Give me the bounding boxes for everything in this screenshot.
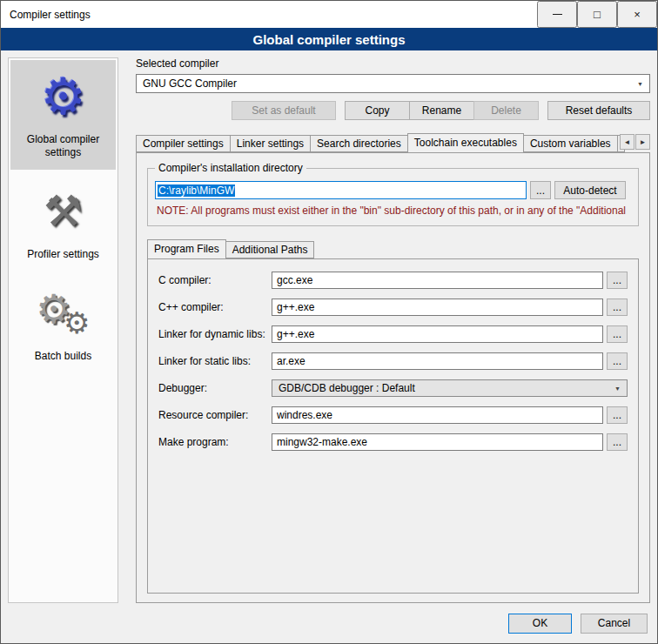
dynamic-linker-label: Linker for dynamic libs: (158, 328, 272, 340)
sidebar-item-label: Global compiler settings (13, 133, 113, 159)
browse-directory-button[interactable]: ... (530, 181, 551, 199)
ok-button[interactable]: OK (508, 614, 572, 634)
cpp-compiler-row: C++ compiler: ... (158, 299, 628, 316)
gears-gray-icon: ⚙ ⚙ (13, 285, 113, 341)
chevron-down-icon: ▼ (609, 386, 621, 392)
window-title: Compiler settings (1, 1, 537, 28)
debugger-select[interactable]: GDB/CDB debugger : Default ▼ (272, 379, 628, 397)
tab-program-files[interactable]: Program Files (147, 239, 226, 259)
selected-compiler-dropdown[interactable]: GNU GCC Compiler ▼ (136, 74, 650, 93)
tab-compiler-settings[interactable]: Compiler settings (136, 135, 231, 152)
make-program-label: Make program: (158, 436, 272, 448)
resource-compiler-row: Resource compiler: ... (158, 406, 628, 424)
cancel-button[interactable]: Cancel (581, 614, 648, 634)
set-as-default-button[interactable]: Set as default (232, 101, 336, 120)
browse-button[interactable]: ... (607, 352, 628, 370)
dialog-footer: OK Cancel (1, 610, 657, 643)
tab-scroll-left-button[interactable]: ◄ (620, 134, 634, 150)
sidebar-item-profiler-settings[interactable]: ⚒ Profiler settings (10, 175, 116, 272)
dialog-content: ⚙ Global compiler settings ⚒ Profiler se… (1, 50, 657, 610)
program-files-tabbar: Program Files Additional Paths (147, 238, 639, 258)
sidebar-item-batch-builds[interactable]: ⚙ ⚙ Batch builds (10, 277, 116, 373)
gear-blue-icon: ⚙ (13, 69, 113, 124)
tab-scroll-buttons: ◄ ► (619, 134, 650, 150)
static-linker-label: Linker for static libs: (158, 355, 272, 367)
maximize-button[interactable]: □ (577, 1, 617, 28)
rename-button[interactable]: Rename (409, 101, 474, 120)
gear-icon: ⚙ (41, 71, 86, 122)
titlebar: Compiler settings □ × (1, 1, 657, 28)
reset-defaults-button[interactable]: Reset defaults (547, 101, 650, 120)
arrow-left-icon: ◄ (624, 138, 631, 146)
installation-directory-label: Compiler's installation directory (155, 162, 306, 174)
sidebar-item-label: Profiler settings (27, 248, 99, 261)
tab-scroll-right-button[interactable]: ► (635, 134, 650, 150)
maximize-icon: □ (594, 8, 601, 21)
browse-button[interactable]: ... (607, 433, 628, 451)
resource-compiler-label: Resource compiler: (158, 409, 272, 421)
installation-directory-row: C:\raylib\MinGW ... Auto-detect (155, 181, 626, 199)
tab-additional-paths[interactable]: Additional Paths (225, 241, 315, 258)
copy-button[interactable]: Copy (345, 101, 410, 120)
note-text: NOTE: All programs must exist either in … (157, 205, 626, 217)
tab-linker-settings[interactable]: Linker settings (230, 135, 311, 152)
auto-detect-button[interactable]: Auto-detect (554, 181, 626, 199)
compiler-settings-dialog: Compiler settings □ × Global compiler se… (0, 0, 658, 644)
delete-button[interactable]: Delete (473, 101, 539, 120)
gear-icon: ⚙ (64, 308, 90, 338)
installation-directory-value: C:\raylib\MinGW (158, 184, 235, 197)
sidebar-item-global-compiler-settings[interactable]: ⚙ Global compiler settings (10, 60, 116, 170)
toolchain-executables-panel: Compiler's installation directory C:\ray… (136, 152, 650, 603)
tab-custom-variables[interactable]: Custom variables (523, 135, 618, 152)
browse-button[interactable]: ... (607, 272, 628, 289)
c-compiler-label: C compiler: (158, 274, 272, 286)
settings-tabbar: Compiler settings Linker settings Search… (136, 132, 650, 152)
sidebar-item-label: Batch builds (35, 350, 91, 363)
sidebar: ⚙ Global compiler settings ⚒ Profiler se… (8, 57, 118, 603)
page-title: Global compiler settings (1, 28, 657, 50)
cpp-compiler-input[interactable] (272, 299, 603, 316)
cpp-compiler-label: C++ compiler: (158, 301, 272, 313)
profiler-tool-icon: ⚒ (13, 184, 113, 239)
chevron-down-icon: ▼ (632, 81, 643, 87)
dynamic-linker-input[interactable] (272, 325, 603, 343)
browse-button[interactable]: ... (607, 299, 628, 316)
selected-compiler-value: GNU GCC Compiler (143, 77, 237, 90)
selected-compiler-label: Selected compiler (136, 57, 650, 70)
close-button[interactable]: × (617, 1, 657, 28)
close-icon: × (634, 8, 641, 21)
installation-directory-input[interactable]: C:\raylib\MinGW (155, 181, 527, 199)
tab-search-directories[interactable]: Search directories (310, 135, 408, 152)
arrow-right-icon: ► (640, 138, 647, 146)
resource-compiler-input[interactable] (272, 406, 603, 424)
minimize-button[interactable] (537, 1, 577, 28)
debugger-value: GDB/CDB debugger : Default (279, 382, 415, 394)
static-linker-row: Linker for static libs: ... (158, 352, 628, 370)
static-linker-input[interactable] (272, 352, 603, 370)
program-files-panel: C compiler: ... C++ compiler: ... (147, 258, 639, 594)
make-program-input[interactable] (272, 433, 603, 451)
c-compiler-input[interactable] (272, 272, 603, 289)
dynamic-linker-row: Linker for dynamic libs: ... (158, 325, 628, 343)
main-panel: Selected compiler GNU GCC Compiler ▼ Set… (127, 57, 650, 603)
browse-button[interactable]: ... (607, 406, 628, 424)
debugger-label: Debugger: (158, 382, 272, 394)
hammer-icon: ⚒ (44, 190, 83, 233)
browse-button[interactable]: ... (607, 325, 628, 343)
make-program-row: Make program: ... (158, 433, 628, 451)
c-compiler-row: C compiler: ... (158, 272, 628, 289)
tab-toolchain-executables[interactable]: Toolchain executables (407, 133, 524, 152)
installation-directory-group: Compiler's installation directory C:\ray… (147, 168, 639, 226)
compiler-buttons-row: Set as default Copy Rename Delete Reset … (136, 101, 650, 120)
debugger-row: Debugger: GDB/CDB debugger : Default ▼ (158, 379, 628, 397)
minimize-icon (553, 14, 562, 15)
